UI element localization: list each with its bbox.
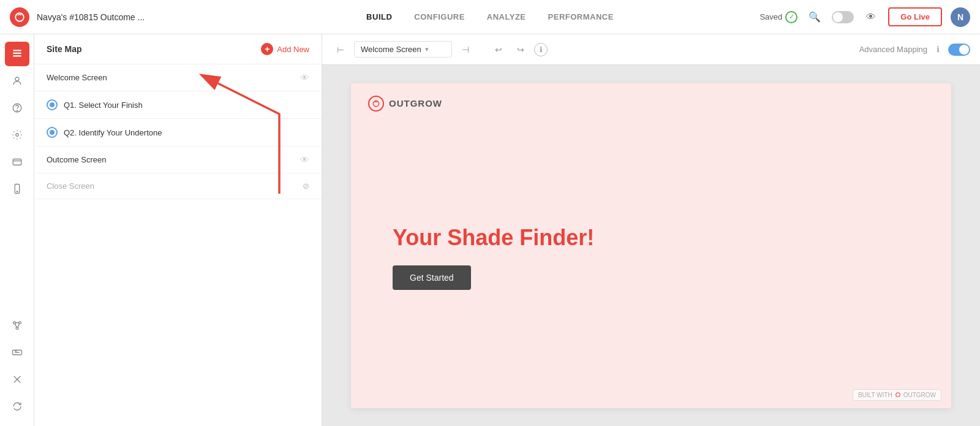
preview-logo: OUTGROW (368, 96, 934, 112)
advanced-mapping-info-icon[interactable]: ℹ (932, 44, 943, 55)
canvas-toolbar: ⊢ Welcome Screen ▾ ⊣ ↩ ↪ ℹ Advanced Mapp… (322, 34, 980, 65)
preview-center: Your Shade Finder! Get Started (368, 119, 934, 396)
toggle-switch[interactable] (832, 11, 854, 23)
top-nav-right: Saved ✓ 🔍 👁 Go Live N (760, 7, 970, 27)
svg-point-10 (17, 191, 18, 192)
sidebar-item-outcome[interactable]: Outcome Screen 👁 (34, 146, 322, 173)
svg-point-4 (15, 77, 19, 81)
welcome-eye-icon[interactable]: 👁 (300, 72, 309, 83)
preview-logo-text: OUTGROW (389, 98, 442, 108)
sidebar-item-welcome[interactable]: Welcome Screen 👁 (34, 64, 322, 91)
top-nav: Navya's #10815 Outcome ... BUILD CONFIGU… (0, 0, 980, 34)
add-new-icon: + (261, 43, 273, 55)
preview-footer: BUILT WITH OUTGROW (853, 389, 941, 401)
sidebar-item-q1[interactable]: Q1. Select Your Finish (34, 91, 322, 119)
svg-point-18 (895, 393, 900, 397)
rail-user-icon[interactable] (5, 69, 29, 93)
canvas-area: OUTGROW Your Shade Finder! Get Started B… (322, 65, 980, 426)
sidebar-item-q2[interactable]: Q2. Identify Your Undertone (34, 119, 322, 146)
saved-badge: Saved ✓ (760, 11, 797, 23)
sidebar: Site Map + Add New Welcome Screen 👁 Q1. … (34, 34, 322, 426)
rail-dollar-icon[interactable] (5, 150, 29, 174)
rail-settings-icon[interactable] (5, 123, 29, 147)
advanced-mapping-label: Advanced Mapping (859, 45, 927, 54)
selected-screen-label: Welcome Screen (361, 45, 421, 54)
undo-btn[interactable]: ↩ (490, 41, 507, 58)
user-avatar[interactable]: N (951, 7, 970, 27)
redo-btn[interactable]: ↪ (512, 41, 529, 58)
next-screen-btn[interactable]: ⊣ (457, 41, 474, 58)
outcome-eye-icon[interactable]: 👁 (300, 154, 309, 165)
sidebar-title: Site Map (47, 44, 82, 54)
q1-dot-icon (47, 99, 58, 110)
canvas-toolbar-center: ↩ ↪ ℹ (490, 41, 548, 58)
rail-tag-icon[interactable] (5, 340, 29, 365)
nav-links: BUILD CONFIGURE ANALYZE PERFORMANCE (366, 12, 614, 21)
preview-get-started-button[interactable]: Get Started (393, 265, 471, 290)
saved-label: Saved (760, 12, 782, 21)
svg-point-7 (15, 134, 18, 137)
dropdown-chevron-icon: ▾ (425, 45, 429, 53)
footer-brand: OUTGROW (903, 392, 936, 398)
nav-analyze[interactable]: ANALYZE (487, 12, 526, 21)
close-label: Close Screen (47, 181, 94, 191)
sidebar-item-close[interactable]: Close Screen ⊘ (34, 173, 322, 199)
body-area: Site Map + Add New Welcome Screen 👁 Q1. … (0, 34, 980, 426)
icon-rail (0, 34, 34, 426)
canvas-toolbar-right: Advanced Mapping ℹ (859, 44, 970, 56)
project-title: Navya's #10815 Outcome ... (37, 12, 145, 22)
nav-configure[interactable]: CONFIGURE (414, 12, 465, 21)
search-icon[interactable]: 🔍 (806, 9, 823, 26)
prev-screen-btn[interactable]: ⊢ (332, 41, 349, 58)
main-content: ⊢ Welcome Screen ▾ ⊣ ↩ ↪ ℹ Advanced Mapp… (322, 34, 980, 426)
outcome-label: Outcome Screen (47, 155, 107, 164)
rail-mobile-icon[interactable] (5, 177, 29, 201)
svg-rect-8 (13, 159, 21, 165)
screen-selector[interactable]: Welcome Screen ▾ (354, 41, 452, 58)
info-btn[interactable]: ℹ (534, 43, 548, 56)
rail-sitemap-icon[interactable] (5, 42, 29, 66)
close-eye-icon[interactable]: ⊘ (303, 181, 309, 191)
q2-dot-icon (47, 127, 58, 138)
nav-build[interactable]: BUILD (366, 12, 392, 21)
add-new-label: Add New (277, 45, 309, 54)
footer-built-with: BUILT WITH (858, 392, 892, 398)
app-logo[interactable] (10, 7, 29, 27)
add-new-button[interactable]: + Add New (261, 43, 309, 55)
preview-title: Your Shade Finder! (393, 225, 594, 251)
welcome-screen-label: Welcome Screen (47, 73, 107, 82)
rail-cross-icon[interactable] (5, 367, 29, 392)
svg-rect-1 (13, 50, 21, 51)
sidebar-header: Site Map + Add New (34, 34, 322, 64)
go-live-button[interactable]: Go Live (888, 7, 942, 26)
rail-refresh-icon[interactable] (5, 394, 29, 419)
rail-integration-icon[interactable] (5, 313, 29, 338)
saved-check-icon: ✓ (785, 11, 797, 23)
preview-logo-icon (368, 96, 384, 112)
canvas-toolbar-left: ⊢ Welcome Screen ▾ ⊣ (332, 41, 474, 58)
preview-icon[interactable]: 👁 (862, 9, 880, 26)
advanced-mapping-toggle[interactable] (948, 44, 970, 56)
q1-label: Q1. Select Your Finish (64, 101, 143, 110)
nav-performance[interactable]: PERFORMANCE (548, 12, 614, 21)
svg-rect-2 (13, 53, 21, 54)
preview-frame: OUTGROW Your Shade Finder! Get Started B… (351, 83, 951, 408)
q2-label: Q2. Identify Your Undertone (64, 128, 162, 137)
svg-point-6 (17, 110, 17, 111)
svg-rect-3 (13, 55, 21, 56)
rail-question-icon[interactable] (5, 96, 29, 120)
